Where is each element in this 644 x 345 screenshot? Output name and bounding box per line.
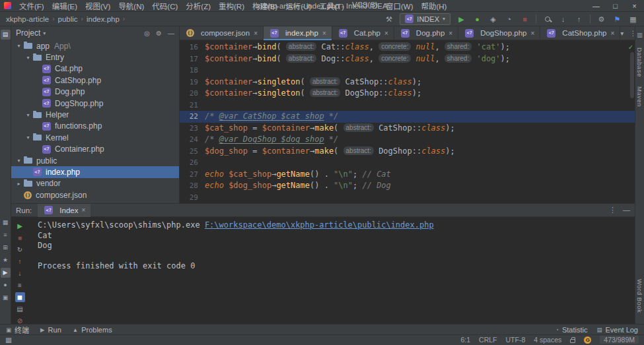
tab-dog-php[interactable]: Dog.php×	[394, 26, 458, 40]
code-line[interactable]: 19$container→singleton( abstract: CatSho…	[180, 77, 635, 88]
problems-tool-item[interactable]: ▲Problems	[73, 326, 112, 334]
chevron-right-icon[interactable]: ▸	[15, 181, 22, 187]
project-panel-title[interactable]: Project	[16, 28, 40, 38]
menu-item-文件-f[interactable]: 文件(F)	[15, 1, 48, 11]
terminal-tool-button[interactable]: ▣	[1, 293, 11, 303]
code-line[interactable]: 20$container→singleton( abstract: DogSho…	[180, 88, 635, 100]
close-icon[interactable]: ×	[384, 30, 388, 37]
notifications-icon[interactable]: ▥	[635, 30, 644, 40]
line-number[interactable]: 23	[180, 123, 205, 135]
run-tool-item[interactable]: ▶Run	[40, 326, 61, 334]
tree-item-functions-php[interactable]: functions.php	[11, 121, 179, 132]
tree-item-public[interactable]: ▾public	[11, 155, 179, 166]
toolwindow-switcher-icon[interactable]: ▦	[5, 336, 12, 344]
menu-item-分析-z[interactable]: 分析(Z)	[182, 1, 215, 11]
tree-item-composer-json[interactable]: composer.json	[11, 189, 179, 201]
cursor-position[interactable]: 6:1	[460, 336, 470, 344]
code-line[interactable]: 28echo $dog_shop→getName() . "\n"; // Do…	[180, 180, 635, 192]
line-number[interactable]: 16	[180, 42, 205, 53]
line-number[interactable]: 24	[180, 134, 205, 146]
line-number[interactable]: 19	[180, 77, 205, 88]
tab-dogshop-php[interactable]: DogShop.php×	[458, 26, 540, 40]
line-separator[interactable]: CRLF	[479, 336, 497, 344]
menu-item-导航-n[interactable]: 导航(N)	[114, 1, 148, 11]
todo-tool-button[interactable]: ≡	[1, 230, 11, 240]
run-tab-index[interactable]: Index×	[38, 204, 90, 217]
chevron-down-icon[interactable]: ▾	[15, 43, 22, 49]
code-line[interactable]: 25$dog_shop = $container→make( abstract:…	[180, 146, 635, 158]
breadcrumb-item-public[interactable]: public	[58, 15, 78, 23]
indent-setting[interactable]: 4 spaces	[534, 336, 561, 344]
scrollbar-thumb[interactable]	[630, 52, 634, 98]
run-icon[interactable]: ▶	[456, 14, 466, 24]
menu-item-重构-r[interactable]: 重构(R)	[215, 1, 248, 11]
tree-item-catshop-php[interactable]: CatShop.php	[11, 75, 179, 86]
settings-gear-icon[interactable]: ⚙	[596, 14, 606, 24]
line-number[interactable]: 20	[180, 88, 205, 100]
tree-item-vendor[interactable]: ▸vendor	[11, 178, 179, 189]
vcs-update-icon[interactable]: ↓	[558, 14, 568, 24]
code-line[interactable]: 16$container→bind( abstract: Cat::class,…	[180, 42, 635, 53]
close-icon[interactable]: ×	[322, 30, 326, 37]
line-number[interactable]: 21	[180, 100, 205, 111]
line-number[interactable]: 28	[180, 180, 205, 192]
code-editor[interactable]: 16$container→bind( abstract: Cat::class,…	[180, 40, 635, 203]
frame-down-icon[interactable]: ↓	[15, 268, 25, 278]
restart-icon[interactable]: ↻	[15, 245, 25, 255]
line-number[interactable]: 22	[180, 111, 205, 123]
debug-tool-button[interactable]: ●	[1, 280, 11, 290]
more-icon[interactable]: ⋮	[609, 206, 616, 214]
tree-item-entry[interactable]: ▾Entry	[11, 51, 179, 63]
line-number[interactable]: 26	[180, 157, 205, 169]
line-number[interactable]: 27	[180, 169, 205, 181]
code-line[interactable]: 22/* @var CatShop $cat_shop */	[180, 111, 635, 123]
line-number[interactable]: 25	[180, 146, 205, 158]
close-icon[interactable]: ×	[448, 30, 452, 37]
close-icon[interactable]: ×	[625, 0, 644, 12]
menu-item-视图-v[interactable]: 视图(V)	[81, 1, 114, 11]
chevron-down-icon[interactable]: ▾	[24, 55, 32, 61]
settings-gear-icon[interactable]: ⚙	[156, 30, 162, 37]
hide-panel-icon[interactable]: —	[168, 30, 174, 37]
run-console[interactable]: C:\Users\syfxl\scoop\shims\php.exe F:\wo…	[28, 217, 635, 324]
chevron-down-icon[interactable]: ▾	[24, 135, 32, 141]
console-file-link[interactable]: F:\workspace\demo\xkphp-article\public\i…	[205, 220, 434, 230]
tree-item-app[interactable]: ▾appApp\	[11, 40, 179, 51]
breadcrumb-item-xkphp-article[interactable]: xkphp-article	[6, 15, 49, 23]
line-number[interactable]: 17	[180, 53, 205, 65]
chevron-down-icon[interactable]: ▾	[43, 30, 46, 36]
tree-item-dogshop-php[interactable]: DogShop.php	[11, 98, 179, 109]
tree-item-dog-php[interactable]: Dog.php	[11, 86, 179, 98]
code-line[interactable]: 18	[180, 65, 635, 77]
tab-composer-json[interactable]: composer.json×	[180, 26, 264, 40]
frame-up-icon[interactable]: ↑	[15, 257, 25, 267]
tree-item-helper[interactable]: ▾Helper	[11, 109, 179, 120]
console-options-icon[interactable]: ≡	[15, 280, 25, 290]
version-control-tool-button[interactable]: ▦	[1, 218, 11, 228]
breadcrumb-item-index-php[interactable]: index.php	[87, 15, 120, 23]
tree-item-kernel[interactable]: ▾Kernel	[11, 132, 179, 143]
g-badge-icon[interactable]: G	[584, 336, 591, 344]
menu-item-代码-c[interactable]: 代码(C)	[148, 1, 182, 11]
tree-item-cat-php[interactable]: Cat.php	[11, 63, 179, 75]
statistic-item[interactable]: ◔Statistic	[555, 326, 588, 334]
build-hammer-icon[interactable]: ⚒	[384, 14, 394, 24]
locate-icon[interactable]: ◎	[144, 30, 150, 37]
tree-item-index-php[interactable]: index.php	[11, 166, 179, 177]
favorites-tool-button[interactable]: ★	[1, 255, 11, 265]
stop-run-icon[interactable]: ■	[15, 233, 25, 243]
debug-icon[interactable]: ●	[472, 14, 482, 24]
pin-tab-icon[interactable]: ◼	[15, 292, 25, 302]
code-line[interactable]: 24/* @var DogShop $dog_shop */	[180, 134, 635, 146]
close-icon[interactable]: ×	[611, 30, 615, 37]
close-icon[interactable]: ×	[254, 30, 258, 37]
code-line[interactable]: 29	[180, 192, 635, 204]
hide-panel-icon[interactable]: —	[623, 206, 630, 214]
chevron-down-icon[interactable]: ▾	[15, 158, 22, 164]
code-line[interactable]: 21	[180, 100, 635, 111]
maximize-icon[interactable]: □	[606, 0, 625, 12]
inspection-ok-icon[interactable]: ✓	[628, 42, 633, 53]
tab-catshop-php[interactable]: CatShop.php×	[540, 26, 620, 40]
code-line[interactable]: 17$container→bind( abstract: Dog::class,…	[180, 53, 635, 65]
structure-tool-button[interactable]: ⊞	[1, 243, 11, 253]
